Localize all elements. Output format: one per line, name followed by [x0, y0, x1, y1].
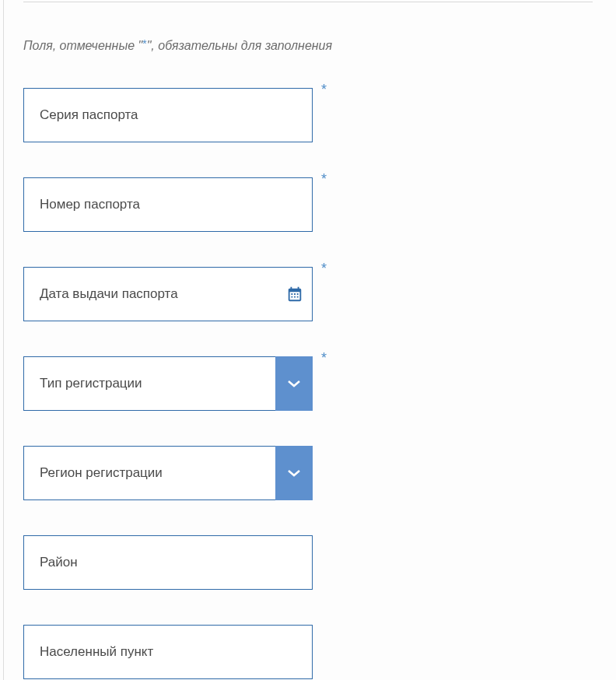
field-settlement	[23, 625, 313, 679]
passport-issue-date-input[interactable]	[24, 268, 278, 321]
settlement-input[interactable]	[24, 626, 312, 678]
field-district	[23, 535, 313, 590]
select-wrapper[interactable]	[23, 356, 313, 411]
required-asterisk: *	[321, 82, 327, 98]
required-asterisk: *	[321, 261, 327, 277]
calendar-icon[interactable]	[278, 268, 312, 321]
field-registration-region	[23, 446, 313, 500]
chevron-down-icon[interactable]	[275, 446, 313, 500]
input-wrapper	[23, 625, 313, 679]
form-content: Поля, отмеченные "*", обязательны для за…	[0, 0, 616, 679]
top-divider	[23, 2, 593, 2]
chevron-down-icon[interactable]	[275, 356, 313, 411]
input-wrapper	[23, 267, 313, 321]
passport-series-input[interactable]	[24, 89, 312, 142]
district-input[interactable]	[24, 536, 312, 589]
registration-region-select[interactable]	[24, 447, 312, 499]
passport-number-input[interactable]	[24, 178, 312, 231]
field-passport-number: *	[23, 177, 313, 232]
input-wrapper	[23, 177, 313, 232]
hint-asterisk: *	[142, 37, 146, 50]
field-passport-issue-date: *	[23, 267, 313, 321]
hint-suffix: ", обязательны для заполнения	[147, 39, 332, 52]
required-asterisk: *	[321, 350, 327, 366]
required-fields-hint: Поля, отмеченные "*", обязательны для за…	[23, 39, 593, 53]
input-wrapper	[23, 535, 313, 590]
hint-prefix: Поля, отмеченные "	[23, 39, 142, 52]
left-border	[3, 0, 4, 680]
registration-type-select[interactable]	[24, 357, 312, 410]
field-registration-type: *	[23, 356, 313, 411]
required-asterisk: *	[321, 171, 327, 188]
input-wrapper	[23, 88, 313, 142]
select-wrapper[interactable]	[23, 446, 313, 500]
field-passport-series: *	[23, 88, 313, 142]
